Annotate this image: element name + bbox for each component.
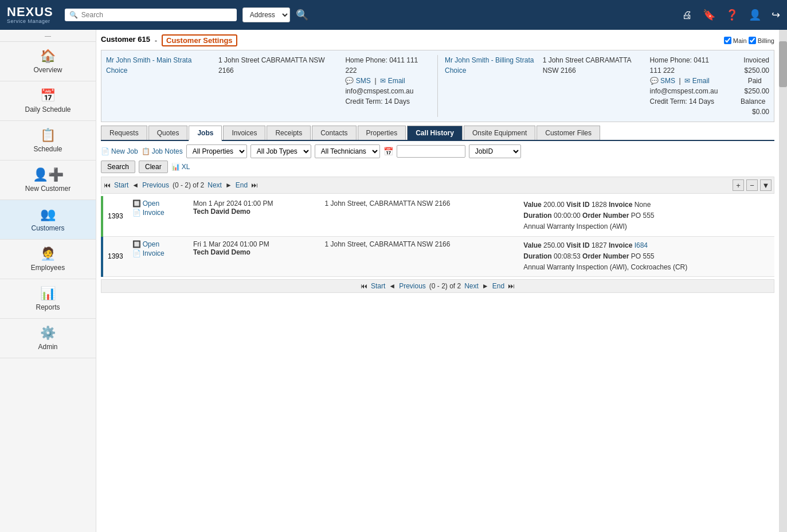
email-icon1: ✉	[380, 77, 386, 85]
zoom-in-button[interactable]: +	[733, 179, 744, 191]
customer-settings-link[interactable]: Customer Settings	[162, 34, 237, 46]
contact2-email-link[interactable]: ✉ Email	[684, 77, 709, 85]
invoice-link-1[interactable]: 📄 Invoice	[132, 209, 184, 217]
date-input[interactable]	[397, 145, 465, 158]
inv-value-2[interactable]: I684	[635, 241, 648, 249]
tab-receipts[interactable]: Receipts	[267, 126, 311, 140]
job-type-2: Annual Warranty Inspection (AWI), Cockro…	[523, 263, 687, 271]
pagination-start-link-b[interactable]: Start	[371, 282, 385, 290]
pagination-prev-icon: ◄	[132, 181, 139, 189]
tab-call-history[interactable]: Call History	[407, 126, 463, 140]
new-job-link[interactable]: 📄 New Job	[101, 147, 138, 155]
clear-button[interactable]: Clear	[139, 161, 168, 173]
duration-2: 00:08:53	[554, 252, 581, 260]
duration-1: 00:00:00	[554, 212, 581, 220]
sidebar-item-reports[interactable]: 📊 Reports	[0, 279, 96, 319]
logo: NEXUS Service Manager	[7, 6, 53, 24]
tab-requests[interactable]: Requests	[101, 126, 147, 140]
billing-checkbox[interactable]	[749, 37, 756, 44]
user-icon[interactable]: 👤	[749, 9, 761, 21]
customers-icon: 👥	[40, 207, 56, 222]
pagination-next-icon: ►	[225, 181, 232, 189]
pagination-prev-link-b[interactable]: Previous	[399, 282, 426, 290]
zoom-out-button[interactable]: −	[746, 179, 758, 191]
job-actions-cell-1: 🔲 Open 📄 Invoice	[128, 196, 189, 236]
pagination-end-link[interactable]: End	[236, 181, 248, 189]
contact2-sms-link[interactable]: 💬 SMS	[650, 77, 678, 85]
pagination-bottom: ⏮ Start ◄ Previous (0 - 2) of 2 Next ► E…	[101, 279, 774, 293]
scrollbar-thumb[interactable]	[779, 41, 787, 87]
zoom-reset-button[interactable]: ▼	[760, 179, 772, 191]
pagination-prev-link[interactable]: Previous	[142, 181, 169, 189]
properties-select[interactable]: All Properties	[186, 144, 247, 158]
pagination-next-link-b[interactable]: Next	[464, 282, 479, 290]
divider-vertical	[437, 55, 438, 117]
sidebar-label-schedule: Schedule	[33, 145, 62, 153]
job-types-select[interactable]: All Job Types	[250, 144, 311, 158]
contact1-name[interactable]: Mr John Smith - Main Strata Choice	[106, 55, 214, 117]
job-notes-link[interactable]: 📋 Job Notes	[142, 147, 183, 155]
search-input[interactable]	[81, 11, 185, 19]
sidebar-item-employees[interactable]: 🧑‍💼 Employees	[0, 240, 96, 279]
sort-select[interactable]: JobID Date Technician	[469, 144, 521, 158]
contact1-sms-link[interactable]: 💬 SMS	[345, 77, 373, 85]
value-2: 250.00	[543, 241, 565, 249]
sidebar-item-customers[interactable]: 👥 Customers	[0, 200, 96, 240]
contact2-credit-term: Credit Term: 14 Days	[650, 97, 714, 105]
tab-invoices[interactable]: Invoices	[223, 126, 265, 140]
sidebar: — 🏠 Overview 📅 Daily Schedule 📋 Schedule…	[0, 30, 96, 532]
xl-link[interactable]: 📊 XL	[171, 163, 190, 171]
search-button[interactable]: Search	[101, 161, 135, 173]
pagination-end-icon-b: ⏭	[508, 282, 515, 290]
tab-onsite-equipment[interactable]: Onsite Equipment	[464, 126, 535, 140]
sidebar-collapse-button[interactable]: —	[0, 30, 96, 42]
print-icon[interactable]: 🖨	[682, 9, 692, 21]
sidebar-item-overview[interactable]: 🏠 Overview	[0, 42, 96, 81]
job-tech-1: Tech David Demo	[193, 208, 315, 216]
sidebar-item-new-customer[interactable]: 👤➕ New Customer	[0, 161, 96, 200]
sidebar-item-schedule[interactable]: 📋 Schedule	[0, 121, 96, 161]
pagination-range-b: (0 - 2) of 2	[429, 282, 461, 290]
job-address-cell-1: 1 John Street, CABRAMATTA NSW 2166	[320, 196, 519, 236]
pagination-start-link[interactable]: Start	[114, 181, 128, 189]
search-button[interactable]: 🔍	[296, 9, 308, 21]
pagination-end-link-b[interactable]: End	[492, 282, 504, 290]
main-checkbox[interactable]	[724, 37, 731, 44]
message-icon2: 💬	[650, 77, 659, 85]
inv-value-1: None	[635, 201, 651, 209]
sidebar-item-daily-schedule[interactable]: 📅 Daily Schedule	[0, 81, 96, 121]
technicians-select[interactable]: All Technicians	[315, 144, 380, 158]
scrollbar-track[interactable]	[779, 30, 787, 532]
invoice-link-2[interactable]: 📄 Invoice	[132, 249, 184, 257]
tab-customer-files[interactable]: Customer Files	[537, 126, 600, 140]
tab-quotes[interactable]: Quotes	[148, 126, 188, 140]
pagination-next-link[interactable]: Next	[207, 181, 222, 189]
open-link-1[interactable]: 🔲 Open	[132, 200, 184, 208]
open-link-2[interactable]: 🔲 Open	[132, 240, 184, 248]
tab-contacts[interactable]: Contacts	[312, 126, 356, 140]
xl-label: XL	[182, 163, 190, 171]
tab-properties[interactable]: Properties	[358, 126, 406, 140]
table-row: 1393 🔲 Open 📄 Invoice	[102, 236, 774, 277]
logo-service-text: Service Manager	[7, 18, 53, 24]
address-select[interactable]: Address Name Phone Email	[242, 7, 290, 22]
contact1-email-link[interactable]: ✉ Email	[380, 77, 405, 85]
new-customer-icon: 👤➕	[33, 167, 64, 182]
contact1-address: 1 John Street CABRAMATTA NSW 2166	[218, 55, 340, 117]
il2: Invoice	[609, 241, 632, 249]
sidebar-label-employees: Employees	[31, 264, 65, 272]
help-icon[interactable]: ❓	[726, 9, 738, 21]
logout-icon[interactable]: ↪	[772, 9, 780, 21]
job-datetime-2: Fri 1 Mar 2024 01:00 PM	[193, 240, 315, 248]
contact2-name[interactable]: Mr John Smith - Billing Strata Choice	[445, 55, 538, 117]
tab-jobs[interactable]: Jobs	[189, 126, 222, 141]
contact1-phone-label: Home Phone:	[345, 56, 387, 64]
pagination-start-icon-b: ⏮	[361, 282, 367, 290]
sidebar-item-admin[interactable]: ⚙️ Admin	[0, 319, 96, 358]
order-number-2: PO 555	[631, 252, 655, 260]
bookmark-icon[interactable]: 🔖	[703, 9, 715, 21]
invoiced-value: $250.00	[745, 66, 769, 75]
customer-info-panel: Mr John Smith - Main Strata Choice 1 Joh…	[101, 50, 774, 122]
job-id-cell-2: 1393	[102, 236, 128, 277]
calendar-icon[interactable]: 📅	[383, 147, 393, 156]
